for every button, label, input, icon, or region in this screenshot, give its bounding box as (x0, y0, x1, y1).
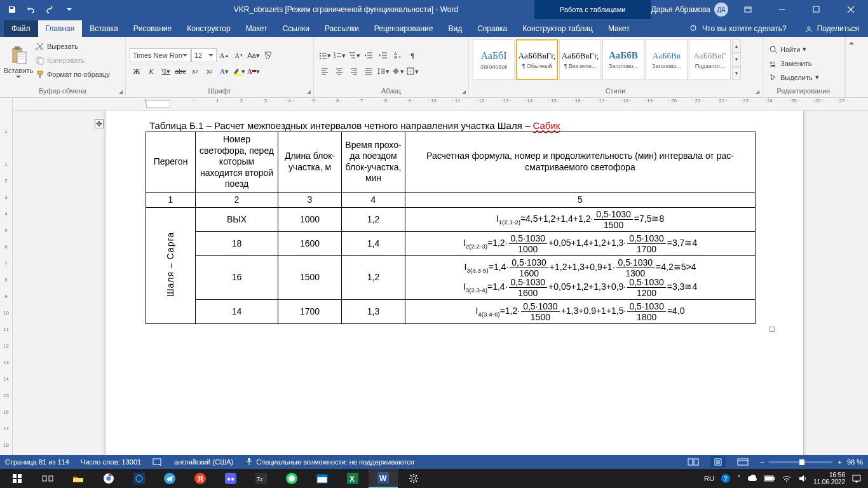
language-indicator[interactable]: английский (США) (174, 458, 233, 466)
maximize-icon[interactable] (802, 0, 831, 19)
share-button[interactable]: Поделиться (796, 20, 868, 37)
zoom-in-icon[interactable]: + (837, 458, 841, 466)
tab-insert[interactable]: Вставка (82, 20, 126, 37)
select-button[interactable]: Выделить▾ (766, 71, 822, 85)
redo-icon[interactable] (41, 1, 60, 18)
tab-layout[interactable]: Макет (238, 20, 275, 37)
shading-icon[interactable]: ▾ (391, 64, 405, 78)
superscript-icon[interactable]: x2 (203, 64, 217, 78)
explorer-icon[interactable] (64, 469, 93, 488)
spellcheck-icon[interactable] (153, 458, 163, 466)
bullets-icon[interactable]: ▾ (318, 48, 332, 62)
tab-table-layout[interactable]: Макет (600, 20, 637, 37)
task-view-icon[interactable] (33, 469, 62, 488)
tray-up-icon[interactable]: ˄ (737, 475, 741, 483)
cut-button[interactable]: Вырезать (33, 39, 112, 53)
style-heading[interactable]: АаБбІЗаголовок (473, 39, 515, 80)
word-count[interactable]: Число слов: 13001 (81, 458, 141, 466)
dialog-launcher-icon[interactable]: ◢ (756, 89, 759, 95)
gallery-more-icon[interactable]: ▾ (732, 67, 741, 80)
whatsapp-icon[interactable] (277, 469, 306, 488)
replace-button[interactable]: abЗаменить (766, 57, 814, 71)
format-painter-button[interactable]: Формат по образцу (33, 67, 112, 81)
tray-cloud-icon[interactable] (747, 475, 757, 482)
style-normal[interactable]: АаБбВвГг,¶ Обычный (516, 39, 558, 80)
view-web-icon[interactable] (737, 458, 749, 466)
tab-review[interactable]: Рецензирование (367, 20, 441, 37)
dec-indent-icon[interactable] (362, 48, 376, 62)
bold-icon[interactable]: Ж (130, 64, 144, 78)
show-marks-icon[interactable]: ¶ (405, 48, 419, 62)
style-heading1[interactable]: АаБбВЗаголово... (602, 39, 644, 80)
highlight-icon[interactable]: ▾ (232, 64, 246, 78)
tray-battery-icon[interactable] (764, 475, 775, 482)
tray-wifi-icon[interactable] (782, 475, 792, 482)
save-icon[interactable] (3, 1, 22, 18)
undo-icon[interactable] (22, 1, 41, 18)
tab-table-design[interactable]: Конструктор таблиц (515, 20, 600, 37)
style-subtitle[interactable]: АаБбВвГПодзагол... (689, 39, 731, 80)
italic-icon[interactable]: К (144, 64, 158, 78)
font-size-combo[interactable]: 12 (191, 48, 217, 62)
strike-icon[interactable]: abc (173, 64, 187, 78)
tell-me[interactable]: Что вы хотите сделать? (681, 20, 796, 37)
dialog-launcher-icon[interactable]: ◢ (462, 89, 466, 95)
page-indicator[interactable]: Страница 81 из 114 (5, 458, 69, 466)
grow-font-icon[interactable]: A▲ (217, 48, 231, 62)
multilevel-icon[interactable]: ▾ (347, 48, 361, 62)
underline-icon[interactable]: Ч▾ (159, 64, 173, 78)
numbering-icon[interactable]: 12▾ (332, 48, 346, 62)
app-icon[interactable] (125, 469, 154, 488)
font-name-combo[interactable]: Times New Ron (130, 48, 191, 62)
telegram-icon[interactable] (155, 469, 184, 488)
zoom-out-icon[interactable]: − (760, 458, 764, 466)
clear-format-icon[interactable] (261, 48, 275, 62)
tray-volume-icon[interactable] (798, 474, 807, 483)
tab-draw[interactable]: Рисование (126, 20, 179, 37)
tab-home[interactable]: Главная (38, 20, 83, 37)
excel-icon[interactable]: X (338, 469, 367, 488)
tray-clock[interactable]: 16:5611.06.2022 (813, 471, 845, 485)
table-resize-handle-icon[interactable] (770, 327, 775, 332)
align-left-icon[interactable] (318, 64, 332, 78)
tab-mailings[interactable]: Рассылки (317, 20, 367, 37)
copy-button[interactable]: Копировать (33, 53, 112, 67)
font-color-icon[interactable]: A▾ (247, 64, 261, 78)
shrink-font-icon[interactable]: A▼ (232, 48, 246, 62)
change-case-icon[interactable]: Aa▾ (247, 48, 261, 62)
tab-references[interactable]: Ссылки (275, 20, 317, 37)
style-heading2[interactable]: АаБбВвЗаголово... (646, 39, 688, 80)
paste-button[interactable]: Вставить (4, 39, 33, 84)
view-read-icon[interactable] (688, 458, 699, 466)
align-right-icon[interactable] (347, 64, 361, 78)
calendar-icon[interactable] (308, 469, 337, 488)
style-no-spacing[interactable]: АаБбВвГг,¶ Без инте... (559, 39, 601, 80)
settings-icon[interactable] (399, 469, 428, 488)
gallery-up-icon[interactable]: ▴ (732, 39, 741, 53)
chrome-icon[interactable] (94, 469, 123, 488)
zoom-slider[interactable] (769, 461, 832, 463)
inc-indent-icon[interactable] (376, 48, 390, 62)
discord-icon[interactable] (216, 469, 245, 488)
word-icon[interactable]: W (369, 469, 398, 488)
tray-help-icon[interactable]: ? (721, 473, 731, 484)
minimize-icon[interactable] (768, 0, 797, 19)
ribbon-options-icon[interactable] (733, 0, 763, 19)
line-spacing-icon[interactable]: ▾ (376, 64, 390, 78)
text-effects-icon[interactable]: A▾ (217, 64, 231, 78)
tab-view[interactable]: Вид (440, 20, 470, 37)
tab-help[interactable]: Справка (470, 20, 515, 37)
dialog-launcher-icon[interactable]: ◢ (119, 89, 123, 95)
justify-icon[interactable] (362, 64, 376, 78)
table-move-handle-icon[interactable]: ✥ (95, 119, 104, 128)
borders-icon[interactable]: ▾ (405, 64, 419, 78)
7zip-icon[interactable]: 7z (247, 469, 276, 488)
tray-lang[interactable]: RU (704, 475, 714, 482)
user-avatar[interactable]: ДА (714, 3, 728, 17)
tab-design[interactable]: Конструктор (179, 20, 238, 37)
view-print-icon[interactable] (710, 456, 726, 468)
styles-gallery[interactable]: АаБбІЗаголовок АаБбВвГг,¶ Обычный АаБбВв… (473, 39, 741, 80)
tab-file[interactable]: Файл (4, 20, 38, 37)
find-button[interactable]: Найти▾ (766, 43, 809, 57)
yandex-icon[interactable]: Я (186, 469, 215, 488)
